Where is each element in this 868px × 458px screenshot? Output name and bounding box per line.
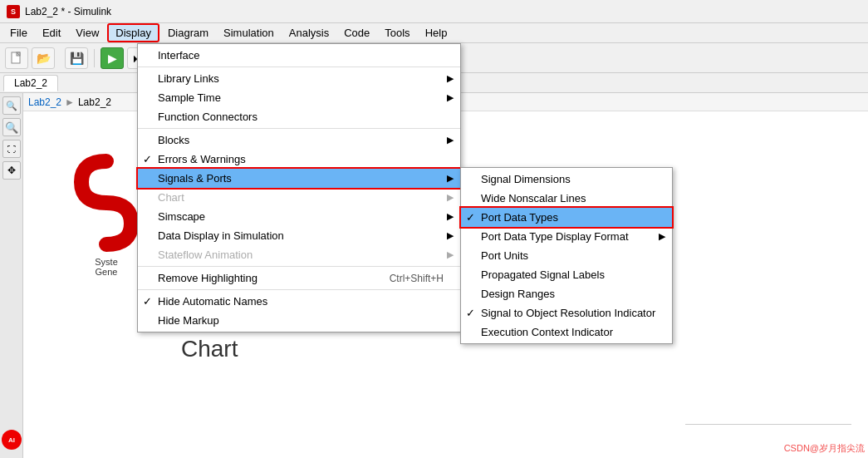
menu-bar: File Edit View Display Diagram Simulatio… [0, 23, 868, 43]
canvas-line [685, 424, 851, 425]
display-menu[interactable]: Interface Library Links ▶ Sample Time ▶ … [137, 43, 461, 332]
sep1 [94, 49, 95, 67]
simscape-arrow: ▶ [447, 211, 454, 222]
submenu-propagated-signal[interactable]: Propagated Signal Labels [461, 265, 672, 284]
menu-remove-highlighting[interactable]: Remove Highlighting Ctrl+Shift+H [138, 268, 460, 288]
menu-blocks[interactable]: Blocks ▶ [138, 131, 460, 150]
watermark: CSDN@岁月指尖流 [784, 442, 865, 455]
menu-remove-highlighting-label: Remove Highlighting [158, 272, 257, 284]
menu-interface[interactable]: Interface [138, 46, 460, 65]
signal-object-check: ✓ [466, 307, 475, 319]
zoom-out-button[interactable]: 🔍 [2, 118, 21, 136]
menu-display[interactable]: Display [107, 23, 159, 42]
wide-nonscalar-label: Wide Nonscalar Lines [481, 192, 586, 204]
menu-errors-label: Errors & Warnings [158, 153, 246, 165]
menu-hide-markup-label: Hide Markup [158, 314, 219, 327]
app-icon: S [7, 5, 20, 18]
menu-edit[interactable]: Edit [36, 25, 67, 41]
menu-signals-ports-label: Signals & Ports [158, 172, 232, 185]
menu-tools[interactable]: Tools [378, 25, 416, 41]
run-button[interactable]: ▶ [101, 47, 124, 69]
breadcrumb-lab2[interactable]: Lab2_2 [28, 96, 61, 108]
tab-lab2-2[interactable]: Lab2_2 [3, 75, 58, 91]
remove-highlighting-shortcut: Ctrl+Shift+H [365, 273, 444, 284]
submenu-port-data-format[interactable]: Port Data Type Display Format ▶ [461, 227, 672, 246]
menu-diagram[interactable]: Diagram [161, 25, 215, 41]
zoom-in-button[interactable]: 🔍 [2, 96, 21, 115]
menu-hide-auto-names-label: Hide Automatic Names [158, 295, 267, 308]
menu-help[interactable]: Help [419, 25, 454, 41]
menu-data-display-label: Data Display in Simulation [158, 229, 284, 242]
chart-arrow: ▶ [447, 192, 454, 203]
chart-text: Chart [181, 336, 238, 362]
port-data-check: ✓ [466, 211, 475, 224]
divider4 [138, 289, 460, 290]
propagated-signal-label: Propagated Signal Labels [481, 268, 605, 281]
menu-simulation[interactable]: Simulation [217, 25, 281, 41]
menu-errors[interactable]: ✓ Errors & Warnings [138, 150, 460, 169]
menu-function-connectors[interactable]: Function Connectors [138, 107, 460, 126]
save-button[interactable]: 💾 [65, 47, 88, 69]
submenu-port-data-types[interactable]: ✓ Port Data Types [461, 208, 672, 227]
menu-file[interactable]: File [3, 25, 34, 41]
breadcrumb-lab2-2: Lab2_2 [78, 96, 111, 108]
signal-dimensions-label: Signal Dimensions [481, 173, 571, 185]
left-sidebar: 🔍 🔍 ⛶ ✥ AI [0, 93, 23, 458]
menu-stateflow[interactable]: Stateflow Animation ▶ [138, 245, 460, 264]
port-data-format-label: Port Data Type Display Format [481, 230, 629, 243]
signal-object-label: Signal to Object Resolution Indicator [481, 307, 655, 319]
block-label1: Syste Gene [73, 257, 140, 277]
port-units-label: Port Units [481, 249, 528, 262]
submenu-port-units[interactable]: Port Units [461, 246, 672, 265]
menu-library-links[interactable]: Library Links ▶ [138, 69, 460, 88]
ai-badge: AI [2, 430, 22, 450]
menu-interface-label: Interface [158, 49, 200, 62]
divider3 [138, 266, 460, 267]
port-data-format-arrow: ▶ [659, 231, 665, 242]
submenu-wide-nonscalar[interactable]: Wide Nonscalar Lines [461, 189, 672, 208]
submenu-execution-context[interactable]: Execution Context Indicator [461, 323, 672, 342]
stateflow-arrow: ▶ [447, 249, 454, 260]
menu-blocks-label: Blocks [158, 134, 189, 146]
data-display-arrow: ▶ [447, 230, 454, 241]
errors-check: ✓ [143, 153, 152, 165]
port-data-types-label: Port Data Types [481, 211, 558, 224]
menu-data-display[interactable]: Data Display in Simulation ▶ [138, 226, 460, 245]
menu-stateflow-label: Stateflow Animation [158, 249, 253, 261]
menu-simscape-label: Simscape [158, 210, 205, 223]
menu-library-links-label: Library Links [158, 72, 219, 85]
pan-button[interactable]: ✥ [2, 161, 21, 180]
divider2 [138, 128, 460, 129]
blocks-arrow: ▶ [447, 135, 454, 145]
hide-auto-check: ✓ [143, 295, 152, 308]
new-button[interactable] [5, 47, 28, 69]
menu-signals-ports[interactable]: Signals & Ports ▶ Signal Dimensions Wide… [138, 169, 460, 188]
design-ranges-label: Design Ranges [481, 288, 555, 300]
fit-button[interactable]: ⛶ [2, 140, 21, 158]
menu-hide-auto-names[interactable]: ✓ Hide Automatic Names [138, 292, 460, 311]
title-bar: S Lab2_2 * - Simulink [0, 0, 868, 23]
sample-time-arrow: ▶ [447, 92, 454, 103]
breadcrumb-arrow: ► [65, 96, 75, 108]
library-links-arrow: ▶ [447, 73, 454, 84]
menu-function-connectors-label: Function Connectors [158, 111, 257, 123]
window-title: Lab2_2 * - Simulink [25, 6, 111, 17]
menu-chart[interactable]: Chart ▶ [138, 188, 460, 207]
menu-sample-time[interactable]: Sample Time ▶ [138, 88, 460, 107]
signals-ports-submenu[interactable]: Signal Dimensions Wide Nonscalar Lines ✓… [460, 167, 673, 344]
submenu-signal-dimensions[interactable]: Signal Dimensions [461, 170, 672, 189]
execution-context-label: Execution Context Indicator [481, 326, 613, 338]
submenu-design-ranges[interactable]: Design Ranges [461, 284, 672, 303]
simulink-block-container: Syste Gene [73, 153, 140, 277]
menu-code[interactable]: Code [337, 25, 376, 41]
menu-sample-time-label: Sample Time [158, 91, 221, 104]
menu-chart-label: Chart [158, 191, 184, 204]
menu-analysis[interactable]: Analysis [282, 25, 336, 41]
divider1 [138, 66, 460, 67]
menu-hide-markup[interactable]: Hide Markup [138, 311, 460, 330]
menu-simscape[interactable]: Simscape ▶ [138, 207, 460, 226]
submenu-signal-object[interactable]: ✓ Signal to Object Resolution Indicator [461, 303, 672, 323]
menu-view[interactable]: View [69, 25, 105, 41]
signals-ports-arrow: ▶ [447, 173, 454, 184]
open-button[interactable]: 📂 [32, 47, 55, 69]
